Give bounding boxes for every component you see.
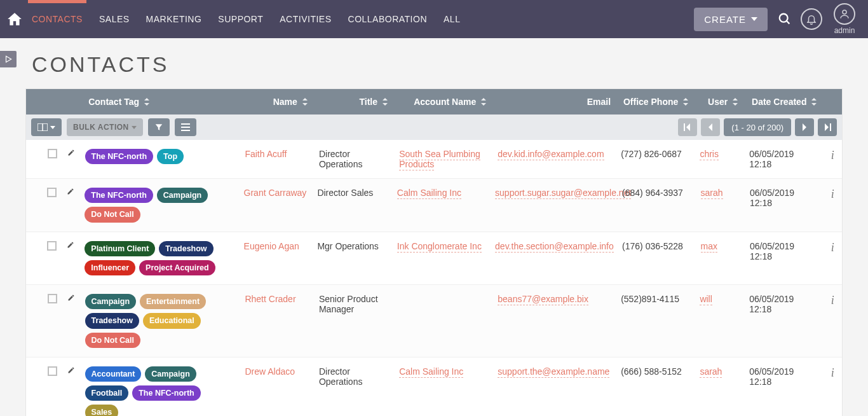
sort-icon: [682, 98, 689, 106]
th-name[interactable]: Name: [240, 97, 314, 107]
list-view-button[interactable]: [175, 118, 196, 136]
nav-item-support[interactable]: SUPPORT: [218, 14, 263, 24]
table-row: AccountantCampaignFootballThe NFC-northS…: [26, 357, 842, 416]
user-link[interactable]: sarah: [701, 188, 723, 199]
tag-pill[interactable]: The NFC-north: [132, 385, 200, 401]
edit-button[interactable]: [62, 364, 80, 378]
user-link[interactable]: max: [701, 241, 717, 253]
account-link[interactable]: South Sea Plumbing Products: [399, 149, 480, 170]
filter-icon: [154, 123, 163, 132]
create-button[interactable]: CREATE: [694, 8, 768, 31]
side-toggle[interactable]: [0, 51, 17, 67]
nav-item-marketing[interactable]: MARKETING: [146, 14, 202, 24]
tag-pill[interactable]: Entertainment: [140, 294, 206, 309]
tag-pill[interactable]: Do Not Call: [85, 207, 140, 222]
sort-icon: [143, 98, 151, 106]
contact-name-link[interactable]: Grant Carraway: [244, 188, 307, 198]
play-icon: [4, 55, 13, 64]
contact-name-link[interactable]: Rhett Crader: [245, 294, 295, 304]
email-link[interactable]: dev.kid.info@example.com: [498, 149, 604, 160]
tag-pill[interactable]: Football: [85, 385, 129, 401]
next-icon: [801, 123, 808, 131]
tag-pill[interactable]: Tradeshow: [159, 241, 213, 256]
th-phone[interactable]: Office Phone: [616, 97, 695, 107]
filter-button[interactable]: [148, 118, 170, 136]
pager-first-button[interactable]: [678, 118, 697, 136]
tag-pill[interactable]: Platinum Client: [85, 241, 155, 256]
nav-item-collaboration[interactable]: COLLABORATION: [348, 14, 428, 24]
tag-pill[interactable]: Campaign: [85, 294, 136, 309]
tag-pill[interactable]: Do Not Call: [85, 333, 140, 348]
contact-title: Director Sales: [312, 185, 391, 200]
tag-pill[interactable]: Project Acquired: [139, 260, 215, 275]
tag-pill[interactable]: The NFC-north: [85, 149, 153, 164]
select-columns-button[interactable]: [31, 118, 62, 136]
home-icon[interactable]: [6, 11, 32, 27]
pencil-icon: [67, 365, 75, 375]
email-link[interactable]: dev.the.section@example.info: [495, 241, 614, 253]
tag-pill[interactable]: Campaign: [157, 188, 208, 203]
info-icon[interactable]: i: [831, 149, 834, 162]
email-link[interactable]: beans77@example.bix: [498, 294, 588, 305]
tag-pill[interactable]: Educational: [143, 313, 201, 328]
table-toolbar: BULK ACTION (1 - 20 of 200): [26, 114, 842, 140]
nav-item-all[interactable]: ALL: [444, 14, 460, 24]
row-checkbox[interactable]: [47, 241, 57, 251]
row-checkbox[interactable]: [48, 149, 57, 158]
contact-name-link[interactable]: Faith Acuff: [245, 149, 287, 159]
th-title[interactable]: Title: [314, 97, 394, 107]
bulk-action-button[interactable]: BULK ACTION: [67, 118, 143, 136]
edit-button[interactable]: [62, 239, 79, 253]
table-row: The NFC-northTopFaith AcuffDirector Oper…: [26, 140, 842, 179]
info-icon[interactable]: i: [831, 366, 834, 380]
edit-button[interactable]: [62, 185, 79, 199]
nav-item-sales[interactable]: SALES: [99, 14, 130, 24]
user-avatar-icon[interactable]: [834, 3, 855, 25]
phone-value: (552)891-4115: [616, 291, 695, 307]
notifications-icon[interactable]: [801, 8, 822, 30]
row-checkbox[interactable]: [48, 294, 57, 303]
th-contact-tag[interactable]: Contact Tag: [79, 97, 240, 107]
row-checkbox[interactable]: [48, 366, 57, 376]
tag-pill[interactable]: Sales: [85, 405, 119, 416]
pager-last-button[interactable]: [818, 118, 837, 136]
contact-name-link[interactable]: Eugenio Agan: [244, 241, 299, 251]
user-link[interactable]: will: [700, 294, 712, 305]
email-link[interactable]: support.the@example.name: [498, 366, 609, 378]
caret-down-icon: [751, 17, 757, 21]
date-value: 06/05/2019 12:18: [744, 146, 823, 172]
info-icon[interactable]: i: [831, 241, 834, 254]
pager-range: (1 - 20 of 200): [724, 118, 791, 136]
th-email[interactable]: Email: [492, 97, 616, 107]
tag-pill[interactable]: Tradeshow: [85, 313, 139, 328]
tag-pill[interactable]: Campaign: [145, 366, 196, 382]
tag-pill[interactable]: Influencer: [85, 260, 135, 275]
nav-item-contacts[interactable]: CONTACTS: [32, 14, 83, 24]
tag-pill[interactable]: Accountant: [85, 366, 142, 382]
th-account[interactable]: Account Name: [394, 97, 492, 107]
account-link[interactable]: Calm Sailing Inc: [399, 366, 463, 378]
contact-name-link[interactable]: Drew Aldaco: [245, 366, 295, 377]
email-link[interactable]: support.sugar.sugar@example.net: [495, 188, 631, 199]
pencil-icon: [67, 240, 74, 250]
pager-next-button[interactable]: [795, 118, 814, 136]
nav-item-activities[interactable]: ACTIVITIES: [280, 14, 331, 24]
list-icon: [181, 123, 190, 131]
row-checkbox[interactable]: [47, 188, 57, 197]
tag-pill[interactable]: Top: [157, 149, 184, 164]
edit-button[interactable]: [62, 291, 80, 305]
tag-pill[interactable]: The NFC-north: [85, 188, 153, 203]
th-user[interactable]: User: [695, 97, 744, 107]
user-link[interactable]: chris: [700, 149, 719, 160]
account-link[interactable]: Calm Sailing Inc: [397, 188, 461, 199]
date-value: 06/05/2019 12:18: [745, 239, 824, 264]
pager-prev-button[interactable]: [701, 118, 720, 136]
phone-value: (666) 588-5152: [616, 364, 695, 379]
account-link[interactable]: Ink Conglomerate Inc: [397, 241, 482, 253]
search-icon[interactable]: [778, 12, 792, 26]
info-icon[interactable]: i: [831, 294, 834, 307]
th-date[interactable]: Date Created: [744, 97, 823, 107]
edit-button[interactable]: [62, 146, 80, 160]
info-icon[interactable]: i: [831, 188, 834, 201]
user-link[interactable]: sarah: [700, 366, 722, 378]
